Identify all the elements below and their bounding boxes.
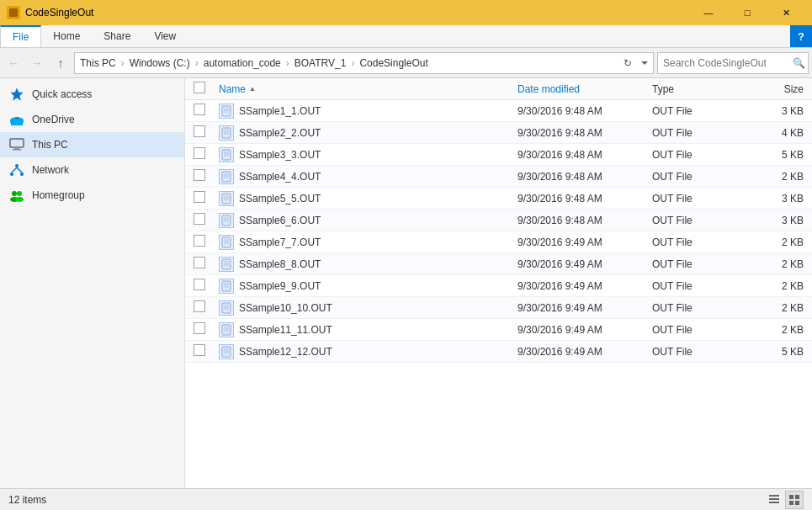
table-row[interactable]: SSample10_10.OUT 9/30/2016 9:49 AM OUT F… xyxy=(185,297,812,319)
row-checkbox-0[interactable] xyxy=(194,104,205,115)
refresh-button[interactable]: ↻ xyxy=(618,53,638,73)
row-checkbox-9[interactable] xyxy=(194,300,205,312)
row-checkbox-1[interactable] xyxy=(194,125,205,137)
table-row[interactable]: SSample1_1.OUT 9/30/2016 9:48 AM OUT Fil… xyxy=(185,100,812,122)
row-date-9: 9/30/2016 9:49 AM xyxy=(517,302,652,314)
row-date-6: 9/30/2016 9:49 AM xyxy=(517,236,652,248)
row-checkbox-8[interactable] xyxy=(194,279,205,290)
svg-rect-18 xyxy=(222,106,231,116)
row-size-4: 3 KB xyxy=(736,193,804,205)
breadcrumb-thispc[interactable]: This PC xyxy=(80,57,116,69)
row-checkbox-6[interactable] xyxy=(194,235,205,247)
row-check-0[interactable] xyxy=(194,104,219,118)
row-check-8[interactable] xyxy=(194,279,219,293)
address-bar[interactable]: This PC › Windows (C:) › automation_code… xyxy=(74,52,654,74)
tab-file[interactable]: File xyxy=(0,25,41,47)
svg-line-13 xyxy=(17,167,22,173)
table-row[interactable]: SSample12_12.OUT 9/30/2016 9:49 AM OUT F… xyxy=(185,341,812,363)
sidebar-item-homegroup[interactable]: Homegroup xyxy=(0,183,184,208)
search-icon[interactable]: 🔍 xyxy=(793,57,805,69)
close-button[interactable]: ✕ xyxy=(767,0,805,25)
row-check-6[interactable] xyxy=(194,235,219,249)
title-bar: CodeSingleOut — □ ✕ xyxy=(0,0,812,25)
row-size-5: 3 KB xyxy=(736,215,804,226)
row-name-2: SSample3_3.OUT xyxy=(219,147,517,162)
address-dropdown-icon[interactable] xyxy=(641,60,648,66)
minimize-button[interactable]: — xyxy=(689,0,728,25)
header-check[interactable] xyxy=(194,82,219,96)
table-row[interactable]: SSample2_2.OUT 9/30/2016 9:48 AM OUT Fil… xyxy=(185,122,812,144)
breadcrumb-automation[interactable]: automation_code xyxy=(204,57,281,69)
sidebar-item-this-pc[interactable]: This PC xyxy=(0,132,184,157)
view-large-button[interactable] xyxy=(785,491,804,509)
file-icon-5 xyxy=(219,213,234,228)
tab-view[interactable]: View xyxy=(142,25,188,47)
row-checkbox-5[interactable] xyxy=(194,213,205,225)
col-header-name[interactable]: Name ▲ xyxy=(219,83,517,95)
row-date-10: 9/30/2016 9:49 AM xyxy=(517,324,652,336)
sidebar-item-onedrive[interactable]: OneDrive xyxy=(0,107,184,132)
maximize-button[interactable]: □ xyxy=(728,0,767,25)
row-name-1: SSample2_2.OUT xyxy=(219,125,517,141)
svg-rect-7 xyxy=(14,147,19,149)
table-row[interactable]: SSample7_7.OUT 9/30/2016 9:49 AM OUT Fil… xyxy=(185,231,812,253)
breadcrumb-drive[interactable]: Windows (C:) xyxy=(130,57,190,69)
row-check-7[interactable] xyxy=(194,257,219,271)
row-check-5[interactable] xyxy=(194,213,219,227)
forward-button[interactable]: → xyxy=(27,53,47,73)
table-row[interactable]: SSample4_4.OUT 9/30/2016 9:48 AM OUT Fil… xyxy=(185,166,812,188)
table-row[interactable]: SSample5_5.OUT 9/30/2016 9:48 AM OUT Fil… xyxy=(185,188,812,210)
svg-line-12 xyxy=(12,167,17,173)
search-input[interactable] xyxy=(663,57,789,69)
table-row[interactable]: SSample9_9.OUT 9/30/2016 9:49 AM OUT Fil… xyxy=(185,275,812,297)
row-size-0: 3 KB xyxy=(736,105,804,117)
svg-rect-5 xyxy=(11,121,23,125)
row-type-4: OUT File xyxy=(652,193,736,205)
row-type-9: OUT File xyxy=(652,302,736,314)
row-check-4[interactable] xyxy=(194,191,219,205)
row-checkbox-2[interactable] xyxy=(194,147,205,159)
back-button[interactable]: ← xyxy=(3,53,24,73)
svg-rect-50 xyxy=(222,281,231,291)
row-date-0: 9/30/2016 9:48 AM xyxy=(517,105,652,117)
row-name-11: SSample12_12.OUT xyxy=(219,344,517,359)
computer-icon xyxy=(8,136,25,153)
table-row[interactable]: SSample11_11.OUT 9/30/2016 9:49 AM OUT F… xyxy=(185,319,812,341)
col-header-date[interactable]: Date modified xyxy=(517,83,652,95)
file-icon-6 xyxy=(219,235,234,250)
svg-rect-34 xyxy=(222,194,231,204)
view-details-button[interactable] xyxy=(765,491,783,509)
tab-share[interactable]: Share xyxy=(92,25,142,47)
sidebar-label-this-pc: This PC xyxy=(32,139,68,151)
col-header-size[interactable]: Size xyxy=(736,83,804,95)
row-checkbox-4[interactable] xyxy=(194,191,205,203)
svg-rect-26 xyxy=(222,150,231,160)
tab-home[interactable]: Home xyxy=(41,25,92,47)
file-icon-3 xyxy=(219,169,234,184)
breadcrumb-current[interactable]: CodeSingleOut xyxy=(359,57,427,69)
help-button[interactable]: ? xyxy=(790,25,812,47)
row-check-10[interactable] xyxy=(194,322,219,337)
sidebar-item-quick-access[interactable]: Quick access xyxy=(0,82,184,107)
row-check-11[interactable] xyxy=(194,344,219,359)
up-button[interactable]: ↑ xyxy=(50,53,71,73)
svg-rect-22 xyxy=(222,128,231,138)
col-header-type[interactable]: Type xyxy=(652,83,736,95)
row-checkbox-3[interactable] xyxy=(194,169,205,181)
row-check-9[interactable] xyxy=(194,300,219,315)
row-check-2[interactable] xyxy=(194,147,219,162)
row-check-3[interactable] xyxy=(194,169,219,183)
sidebar-item-network[interactable]: Network xyxy=(0,157,184,183)
select-all-checkbox[interactable] xyxy=(194,82,205,93)
row-checkbox-10[interactable] xyxy=(194,322,205,334)
svg-point-15 xyxy=(17,191,22,196)
row-checkbox-7[interactable] xyxy=(194,257,205,268)
nav-bar: ← → ↑ This PC › Windows (C:) › automatio… xyxy=(0,48,812,78)
breadcrumb-boatrv[interactable]: BOATRV_1 xyxy=(295,57,347,69)
row-checkbox-11[interactable] xyxy=(194,344,205,356)
table-row[interactable]: SSample3_3.OUT 9/30/2016 9:48 AM OUT Fil… xyxy=(185,144,812,166)
row-date-1: 9/30/2016 9:48 AM xyxy=(517,127,652,139)
table-row[interactable]: SSample6_6.OUT 9/30/2016 9:48 AM OUT Fil… xyxy=(185,210,812,231)
row-check-1[interactable] xyxy=(194,125,219,140)
table-row[interactable]: SSample8_8.OUT 9/30/2016 9:49 AM OUT Fil… xyxy=(185,253,812,275)
